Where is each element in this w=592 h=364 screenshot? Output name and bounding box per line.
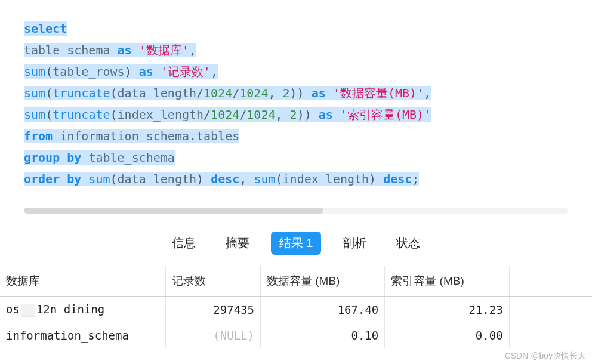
cell-index[interactable]: 21.23 — [385, 297, 509, 323]
tab-result[interactable]: 结果 1 — [271, 232, 322, 255]
table-header-row: 数据库 记录数 数据容量 (MB) 索引容量 (MB) — [0, 266, 592, 297]
scrollbar-thumb[interactable] — [24, 208, 323, 214]
col-header-data[interactable]: 数据容量 (MB) — [260, 266, 384, 297]
results-table[interactable]: 数据库 记录数 数据容量 (MB) 索引容量 (MB) os12n_dining… — [0, 266, 592, 348]
cell-db[interactable]: information_schema — [0, 323, 166, 348]
horizontal-scrollbar[interactable] — [24, 208, 568, 214]
cell-rows[interactable]: (NULL) — [166, 323, 261, 348]
result-tabs: 信息 摘要 结果 1 剖析 状态 — [0, 214, 592, 266]
redacted-text — [21, 304, 35, 317]
tab-status[interactable]: 状态 — [388, 232, 428, 255]
col-header-db[interactable]: 数据库 — [0, 266, 166, 297]
code-line: order by sum(data_length) desc, sum(inde… — [24, 168, 568, 190]
watermark: CSDN @boy快快长大 — [505, 351, 586, 362]
code-line: sum(truncate(index_length/1024/1024, 2))… — [24, 104, 568, 125]
col-header-rows[interactable]: 记录数 — [166, 266, 261, 297]
text-cursor — [23, 18, 23, 33]
results-table-wrap: 数据库 记录数 数据容量 (MB) 索引容量 (MB) os12n_dining… — [0, 266, 592, 348]
code-line: sum(table_rows) as '记录数', — [24, 61, 568, 82]
code-line: group by table_schema — [24, 147, 568, 168]
table-row[interactable]: os12n_dining 297435 167.40 21.23 — [0, 297, 592, 323]
col-header-spacer — [509, 266, 592, 297]
tab-info[interactable]: 信息 — [164, 232, 204, 255]
cell-db[interactable]: os12n_dining — [0, 297, 166, 323]
tab-profile[interactable]: 剖析 — [334, 232, 375, 255]
cell-index[interactable]: 0.00 — [385, 323, 509, 348]
cell-spacer — [509, 323, 592, 348]
code-line: sum(truncate(data_length/1024/1024, 2)) … — [24, 82, 568, 104]
tab-summary[interactable]: 摘要 — [217, 232, 258, 255]
col-header-index[interactable]: 索引容量 (MB) — [385, 266, 509, 297]
cell-spacer — [509, 297, 592, 323]
code-line: table_schema as '数据库', — [24, 39, 568, 61]
sql-editor[interactable]: select table_schema as '数据库', sum(table_… — [0, 0, 592, 202]
cell-data[interactable]: 0.10 — [260, 323, 384, 348]
table-row[interactable]: information_schema (NULL) 0.10 0.00 — [0, 323, 592, 348]
code-line: from information_schema.tables — [24, 125, 568, 147]
code-line: select — [24, 18, 568, 39]
cell-rows[interactable]: 297435 — [166, 297, 261, 323]
cell-data[interactable]: 167.40 — [260, 297, 384, 323]
